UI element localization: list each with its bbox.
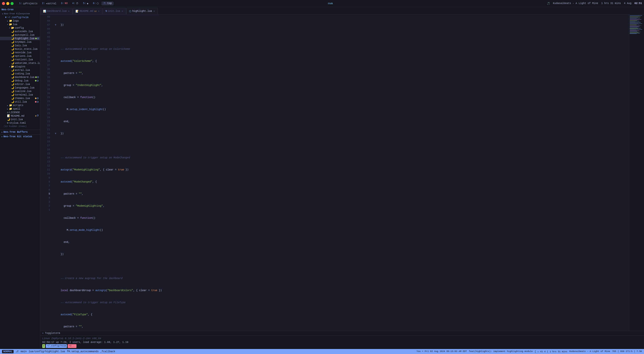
file-indicators [35, 38, 39, 39]
tab-highlight[interactable]: ⬡ highlight.lua ✕ [126, 8, 158, 14]
lua-file-icon: 🌙 [11, 79, 14, 82]
minimap-line [630, 27, 637, 28]
themes-indicators [35, 98, 38, 99]
filesystem-label: Neo-Tree Filesystem [4, 13, 30, 15]
minimap-content [629, 15, 644, 35]
workspace-tab-1[interactable]: 1: 🗂Projects [17, 2, 39, 6]
sidebar-item-neovide[interactable]: 🌙 neovide.lua [0, 51, 40, 54]
readme-tab-label: README.md [79, 10, 93, 13]
lua-file-icon: 🌙 [11, 100, 14, 103]
code-line: -- Create a new augroup for the dashboar… [54, 277, 627, 281]
tab-readme[interactable]: 📝 README.md 12 ✕ [73, 8, 103, 14]
indicator-outline [37, 98, 38, 99]
sidebar-item-autocmds[interactable]: 🌙 autocmds.lua [0, 30, 40, 33]
date: 4 Aug [624, 2, 631, 5]
minimap-panel [629, 15, 644, 331]
neo-tree-git-section: ▶ Neo-Tree Git status [0, 134, 40, 139]
sidebar-item-highlight[interactable]: 🌙 highlight.lua [0, 37, 40, 40]
chevron-right-icon: ▶ [2, 131, 3, 133]
sidebar-item-config[interactable]: ▼ 📂 config [0, 26, 40, 30]
main-layout: Neo-tree ▼ Neo-Tree Filesystem ▼ ~/.conf… [0, 7, 644, 349]
tab-dashboard[interactable]: 📊 Dashboard.lua ✕ [40, 8, 73, 14]
close-button[interactable] [2, 2, 5, 5]
chevron-right-icon: ▶ [7, 104, 8, 107]
highlight-tab-close[interactable]: ✕ [153, 10, 155, 13]
sidebar-item-logo[interactable]: ▶ 📁 logo [0, 19, 40, 23]
minimap-line [630, 28, 638, 29]
sidebar-item-rootiest[interactable]: 🌙 rootiest.lua [0, 58, 40, 61]
sidebar-item-util[interactable]: 🌙 util.lua [0, 100, 40, 104]
workspace-tab-2[interactable]: 2: ✦astral [40, 2, 58, 6]
tab-init[interactable]: N init.lua ✕ [103, 8, 126, 14]
dashboard-tab-close[interactable]: ✕ [68, 10, 70, 13]
neo-tree-git-header[interactable]: ▶ Neo-Tree Git status [0, 135, 40, 139]
sidebar-item-coding[interactable]: 🌙 coding.lua [0, 72, 40, 75]
init-tab-icon: N [105, 10, 107, 13]
sidebar-item-dashboard[interactable]: 🌙 dashboard.lua [0, 75, 40, 79]
workspace-tab-4[interactable]: 4: ⏱ [70, 2, 80, 6]
sidebar-item-readme[interactable]: 📝 README.md ▲ [0, 114, 40, 118]
code-area: 49 48 47 46 45 44 43 42 41 40 39 38 37 3… [40, 15, 644, 331]
sidebar-item-stylua[interactable]: ⚙ stylua.toml [0, 121, 40, 125]
folder-icon: 📁 [9, 107, 12, 110]
dashboard-tab-icon: 📊 [43, 10, 46, 13]
sidebar-item-autospell[interactable]: 🌙 autospell.lua [0, 33, 40, 37]
lua-file-icon: 🌙 [11, 48, 14, 51]
sidebar-item-lazy[interactable]: 🌙 lazy.lua [0, 44, 40, 47]
code-content[interactable]: ▼ }) -- Autocommand to trigger setup on … [52, 15, 629, 331]
chevron-down-icon: ▼ [2, 13, 3, 15]
sidebar-item-editor[interactable]: 🌙 editor.lua [0, 82, 40, 86]
sidebar-item-init[interactable]: 🌙 init.lua [0, 118, 40, 121]
lua-file-icon: 🌙 [11, 44, 14, 47]
folder-icon: 📁 [9, 19, 12, 22]
sidebar-item-debug[interactable]: 🌙 debug.lua [0, 79, 40, 82]
minimap-line [630, 33, 637, 34]
sidebar-item-music-stats[interactable]: 🌙 music_stats.lua [0, 47, 40, 51]
sidebar-item-themes[interactable]: 🌙 themes.lua [0, 97, 40, 100]
readme-tab-close[interactable]: ✕ [98, 10, 100, 13]
diagnostics: [ ⚠ 41 4 ( 1 hrs 31 mins [535, 350, 568, 353]
sidebar-item-spell[interactable]: ▶ 📁 spell [0, 107, 40, 111]
chevron-down-icon: ▼ [7, 23, 8, 26]
code-line: local dashboardGroup = autogrp("Dashboar… [54, 289, 627, 293]
highlight-tab-label: highlight.lua [132, 10, 152, 13]
lua-file-icon: 🌙 [11, 30, 14, 33]
maximize-button[interactable] [11, 2, 14, 5]
neo-tree-header[interactable]: Neo-tree [0, 8, 40, 12]
cursor-stats: 765 | 958 271:5 | 7.5K [612, 350, 642, 353]
lua-file-icon: 🌙 [11, 58, 14, 61]
sidebar-item-wakatime[interactable]: 🌙 wakatime_stats.lua [0, 61, 40, 65]
toggleterm-header[interactable]: ▼ Toggleterm [40, 331, 644, 336]
init-tab-close[interactable]: ✕ [121, 10, 124, 13]
util-indicators [35, 101, 38, 103]
workspace-tab-5[interactable]: 5: ◆ [81, 2, 90, 6]
lua-file-icon: 🌙 [11, 72, 14, 75]
neo-tree-title: Neo-tree [2, 8, 14, 11]
sidebar-item-astral[interactable]: 🌙 astral.lua [0, 68, 40, 72]
sidebar-item-terminal[interactable]: 🌙 terminal.lua [0, 93, 40, 97]
neo-tree-buffers-header[interactable]: ▶ Neo-Tree Buffers [0, 130, 40, 134]
root-folder[interactable]: ▼ ~/.config/nvim [0, 16, 40, 19]
dashboard-tab-label: Dashboard.lua [47, 10, 67, 13]
traffic-lights [2, 2, 14, 5]
sidebar-item-languages[interactable]: 🌙 languages.lua [0, 86, 40, 90]
minimize-button[interactable] [6, 2, 9, 5]
workspace-tab-6[interactable]: 6: ⬡ [91, 2, 101, 6]
readme-file-icon: 📝 [7, 114, 10, 117]
workspace-tab-3[interactable]: 3: NO [59, 2, 70, 5]
sidebar-item-lua[interactable]: ▼ 📂 lua [0, 23, 40, 26]
sidebar-item-keymaps[interactable]: 🌙 keymaps.lua [0, 40, 40, 44]
workspace-tab-7[interactable]: 7: top [101, 2, 114, 5]
sidebar-item-options[interactable]: 🌙 options.lua [0, 54, 40, 58]
prompt-line: ❯ ~/.config/nvim ↩2... [42, 344, 642, 348]
lua-file-icon: 🌙 [11, 37, 14, 40]
sidebar-item-lualine[interactable]: 🌙 lualine.lua [0, 90, 40, 93]
sidebar-item-scripts[interactable]: ▶ 📁 scripts [0, 104, 40, 107]
lua-file-icon: 🌙 [11, 62, 14, 65]
code-line: ▼ }) [54, 23, 627, 27]
sidebar-item-license[interactable]: ⚖ LICENSE [0, 111, 40, 114]
filesystem-header[interactable]: ▼ Neo-Tree Filesystem [0, 12, 40, 16]
license-file-icon: ⚖ [7, 111, 9, 114]
sidebar-item-plugins[interactable]: ▼ 📂 plugins [0, 65, 40, 68]
tab-bar: 📊 Dashboard.lua ✕ 📝 README.md 12 ✕ N ini… [40, 7, 644, 15]
